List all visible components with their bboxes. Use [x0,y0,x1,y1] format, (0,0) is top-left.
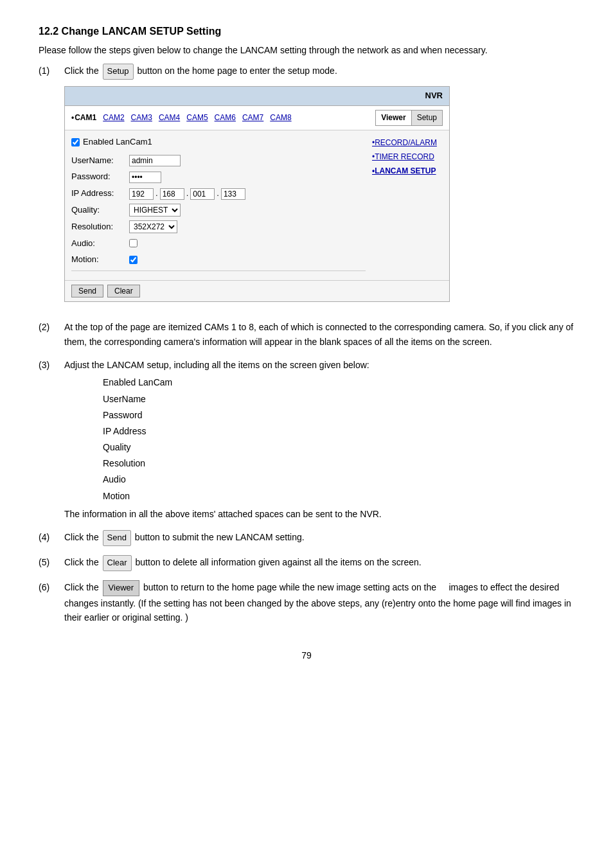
step-1-text-before: Click the [64,66,102,76]
clear-button[interactable]: Clear [107,285,140,297]
step-3-num: (3) [39,358,64,521]
nvr-form: Enabled LanCam1 UserName: Password: IP A… [71,136,366,275]
cam1-tab[interactable]: CAM1 [71,112,96,124]
nvr-cam-tabs-row: CAM1 CAM2 CAM3 CAM4 CAM5 CAM6 CAM7 CAM8 … [65,106,449,130]
item-list: Enabled LanCam UserName Password IP Addr… [103,375,574,504]
viewer-tab[interactable]: Viewer [376,111,411,125]
username-input[interactable] [129,155,181,166]
step-3: (3) Adjust the LANCAM setup, including a… [39,358,574,521]
ip-dot-3: . [217,187,219,200]
password-row: Password: [71,170,366,184]
page-number: 79 [39,650,574,660]
item-password: Password [103,407,574,423]
audio-checkbox[interactable] [129,239,138,247]
sidebar-timer-record[interactable]: •TIMER RECORD [372,151,443,163]
step-3-text-after: The information in all the above items' … [64,509,382,519]
quality-row: Quality: HIGHEST HIGH MEDIUM LOW [71,204,366,217]
record-alarm-link[interactable]: •RECORD/ALARM [372,138,437,147]
cam7-tab[interactable]: CAM7 [242,112,263,124]
cam3-tab[interactable]: CAM3 [131,112,152,124]
cam5-tab[interactable]: CAM5 [186,112,208,124]
step-4: (4) Click the Send button to submit the … [39,530,574,546]
step-3-text-before: Adjust the LANCAM setup, including all t… [64,360,369,370]
ip-part-4[interactable] [221,188,245,200]
audio-label: Audio: [71,237,129,251]
motion-row: Motion: [71,253,366,267]
ip-dot-1: . [155,187,158,200]
step-1-content: Click the Setup button on the home page … [64,64,574,311]
timer-record-link[interactable]: •TIMER RECORD [372,152,434,161]
nvr-header: NVR [65,87,449,106]
quality-select[interactable]: HIGHEST HIGH MEDIUM LOW [129,204,181,217]
setup-button-inline: Setup [103,64,134,80]
cam4-tab[interactable]: CAM4 [159,112,180,124]
sidebar-record-alarm[interactable]: •RECORD/ALARM [372,137,443,149]
ip-address-row: IP Address: . . . [71,187,366,200]
item-ip-address: IP Address [103,423,574,439]
step-5-text-before: Click the [64,557,102,567]
nvr-body: Enabled LanCam1 UserName: Password: IP A… [65,130,449,280]
step-6-num: (6) [39,580,64,625]
nvr-mockup: NVR CAM1 CAM2 CAM3 CAM4 CAM5 CAM6 CAM7 C… [64,86,450,302]
item-enabled-lancam: Enabled LanCam [103,375,574,391]
step-6-text-before: Click the [64,582,102,592]
resolution-row: Resolution: 352X272 176X136 [71,220,366,234]
item-quality: Quality [103,439,574,456]
section-title: 12.2 Change LANCAM SETUP Setting [39,26,574,37]
viewer-setup-tabs: Viewer Setup [375,110,443,126]
ip-label: IP Address: [71,187,129,200]
ip-part-3[interactable] [190,188,215,200]
username-label: UserName: [71,154,129,168]
step-4-num: (4) [39,530,64,546]
enabled-lancam-label: Enabled LanCam1 [83,136,152,149]
password-input[interactable] [129,172,161,183]
motion-checkbox[interactable] [129,256,138,264]
password-label: Password: [71,170,129,184]
item-username: UserName [103,391,574,407]
item-audio: Audio [103,472,574,488]
item-resolution: Resolution [103,456,574,472]
step-3-content: Adjust the LANCAM setup, including all t… [64,358,574,521]
username-row: UserName: [71,154,366,168]
step-2-num: (2) [39,320,64,349]
ip-dot-2: . [186,187,189,200]
step-4-text-before: Click the [64,532,102,542]
nvr-sidebar: •RECORD/ALARM •TIMER RECORD •LANCAM SETU… [372,136,443,275]
setup-tab[interactable]: Setup [412,111,442,125]
resolution-label: Resolution: [71,220,129,234]
ip-fields: . . . [129,187,245,200]
step-6-text-after: button to return to the home page while … [64,582,571,623]
step-1-num: (1) [39,64,64,311]
cam6-tab[interactable]: CAM6 [215,112,236,124]
enabled-lancam-checkbox[interactable] [71,138,80,146]
enabled-lancam-row: Enabled LanCam1 [71,136,366,149]
send-button[interactable]: Send [71,285,103,297]
lancam-setup-link[interactable]: •LANCAM SETUP [372,166,436,175]
quality-label: Quality: [71,204,129,217]
viewer-button-inline: Viewer [103,580,140,596]
cam8-tab[interactable]: CAM8 [270,112,291,124]
step-6-content: Click the Viewer button to return to the… [64,580,574,625]
nvr-buttons-row: Send Clear [65,280,449,301]
clear-button-inline: Clear [103,555,132,571]
step-2: (2) At the top of the page are itemized … [39,320,574,349]
step-4-text-after: button to submit the new LANCAM setting. [135,532,305,542]
step-4-content: Click the Send button to submit the new … [64,530,574,546]
form-divider [71,270,366,271]
step-1-text-after: button on the home page to enter the set… [137,66,337,76]
item-motion: Motion [103,488,574,504]
step-2-content: At the top of the page are itemized CAMs… [64,320,574,349]
step-5-text-after: button to delete all information given a… [136,557,422,567]
ip-part-2[interactable] [160,188,184,200]
step-1: (1) Click the Setup button on the home p… [39,64,574,311]
resolution-select[interactable]: 352X272 176X136 [129,220,177,233]
cam2-tab[interactable]: CAM2 [103,112,124,124]
motion-label: Motion: [71,253,129,267]
sidebar-lancam-setup[interactable]: •LANCAM SETUP [372,165,443,177]
step-5-num: (5) [39,555,64,571]
step-6: (6) Click the Viewer button to return to… [39,580,574,625]
step-2-text: At the top of the page are itemized CAMs… [64,322,573,346]
audio-row: Audio: [71,237,366,251]
step-5: (5) Click the Clear button to delete all… [39,555,574,571]
ip-part-1[interactable] [129,188,154,200]
